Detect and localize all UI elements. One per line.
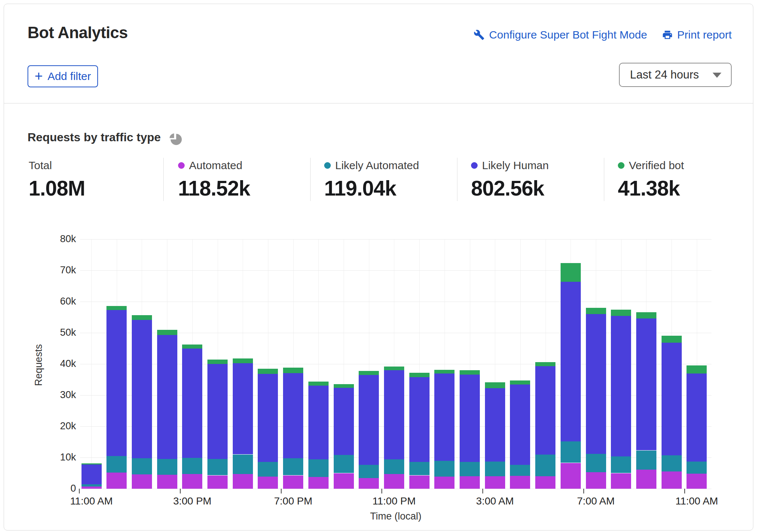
bar-segment-likely-human[interactable]	[106, 310, 127, 456]
bar-segment-automated[interactable]	[586, 472, 606, 489]
bar-segment-likely-automated[interactable]	[687, 462, 707, 474]
bar-segment-likely-automated[interactable]	[132, 458, 152, 474]
add-filter-button[interactable]: + Add filter	[28, 65, 98, 87]
stat-automated[interactable]: Automated118.52k	[178, 159, 250, 200]
bar-segment-automated[interactable]	[182, 474, 202, 489]
bar-segment-automated[interactable]	[258, 477, 278, 489]
bar-segment-verified-bot[interactable]	[106, 306, 127, 310]
stat-likely-human[interactable]: Likely Human802.56k	[471, 159, 549, 200]
bar-segment-likely-human[interactable]	[157, 335, 177, 459]
bar-segment-verified-bot[interactable]	[157, 330, 177, 335]
bar-segment-likely-human[interactable]	[233, 363, 253, 454]
bar-segment-automated[interactable]	[434, 477, 454, 489]
bar-segment-automated[interactable]	[384, 474, 404, 489]
bar-segment-likely-automated[interactable]	[233, 455, 253, 474]
bar-segment-verified-bot[interactable]	[636, 312, 656, 318]
bar-segment-automated[interactable]	[308, 477, 329, 489]
bar-segment-verified-bot[interactable]	[384, 367, 404, 370]
bar-segment-likely-automated[interactable]	[182, 458, 202, 474]
bar-segment-automated[interactable]	[157, 475, 177, 489]
bar-segment-likely-automated[interactable]	[334, 455, 354, 473]
bar-segment-likely-automated[interactable]	[258, 462, 278, 477]
bar-segment-verified-bot[interactable]	[687, 365, 707, 373]
bar-segment-automated[interactable]	[82, 487, 102, 489]
bar-segment-verified-bot[interactable]	[258, 369, 278, 374]
bar-segment-automated[interactable]	[535, 476, 555, 489]
bar-segment-verified-bot[interactable]	[82, 463, 102, 464]
bar-segment-verified-bot[interactable]	[308, 382, 329, 386]
bar-segment-likely-human[interactable]	[182, 349, 202, 458]
bar-segment-verified-bot[interactable]	[409, 373, 430, 377]
bar-segment-verified-bot[interactable]	[359, 371, 379, 375]
bar-segment-likely-human[interactable]	[132, 320, 152, 458]
bar-segment-likely-human[interactable]	[586, 314, 606, 454]
bar-segment-likely-human[interactable]	[510, 385, 530, 465]
bar-segment-automated[interactable]	[636, 470, 656, 489]
bar-segment-likely-human[interactable]	[485, 388, 505, 462]
bar-segment-verified-bot[interactable]	[283, 368, 303, 373]
stat-likely-automated[interactable]: Likely Automated119.04k	[324, 159, 419, 200]
bar-segment-likely-human[interactable]	[283, 373, 303, 458]
bar-segment-likely-automated[interactable]	[308, 459, 329, 477]
bar-segment-likely-human[interactable]	[384, 370, 404, 459]
bar-segment-likely-automated[interactable]	[586, 454, 606, 472]
print-report-link[interactable]: Print report	[662, 29, 732, 41]
bar-segment-likely-automated[interactable]	[106, 456, 127, 473]
bar-segment-likely-automated[interactable]	[283, 458, 303, 475]
bar-segment-likely-automated[interactable]	[434, 461, 454, 477]
bar-segment-verified-bot[interactable]	[535, 362, 555, 366]
bar-segment-likely-human[interactable]	[308, 386, 329, 460]
bar-segment-likely-automated[interactable]	[662, 455, 682, 471]
bar-segment-verified-bot[interactable]	[662, 336, 682, 343]
bar-segment-likely-automated[interactable]	[636, 451, 656, 470]
bar-segment-likely-automated[interactable]	[535, 455, 555, 476]
bar-segment-verified-bot[interactable]	[485, 382, 505, 388]
bar-segment-likely-automated[interactable]	[510, 465, 530, 476]
bar-segment-likely-human[interactable]	[207, 364, 228, 459]
bar-segment-likely-human[interactable]	[535, 366, 555, 455]
bar-segment-likely-automated[interactable]	[409, 462, 430, 475]
bar-segment-likely-human[interactable]	[687, 374, 707, 462]
bar-segment-likely-human[interactable]	[359, 375, 379, 465]
bar-segment-likely-automated[interactable]	[384, 459, 404, 474]
bar-segment-verified-bot[interactable]	[233, 358, 253, 364]
bar-segment-automated[interactable]	[460, 476, 480, 489]
configure-super-bot-fight-mode-link[interactable]: Configure Super Bot Fight Mode	[474, 29, 647, 41]
bar-segment-automated[interactable]	[409, 475, 430, 489]
bar-segment-likely-human[interactable]	[334, 388, 354, 455]
bar-segment-likely-human[interactable]	[434, 374, 454, 460]
bar-segment-verified-bot[interactable]	[611, 310, 631, 316]
bar-segment-automated[interactable]	[283, 475, 303, 489]
bar-segment-verified-bot[interactable]	[510, 380, 530, 385]
bar-segment-likely-automated[interactable]	[460, 462, 480, 476]
bar-segment-automated[interactable]	[485, 476, 505, 489]
bar-segment-verified-bot[interactable]	[586, 308, 606, 314]
bar-segment-verified-bot[interactable]	[460, 370, 480, 375]
bar-segment-likely-human[interactable]	[662, 343, 682, 455]
bar-segment-likely-automated[interactable]	[207, 459, 228, 475]
bar-segment-verified-bot[interactable]	[207, 360, 228, 364]
time-range-select[interactable]: Last 24 hours	[619, 63, 732, 87]
bar-segment-likely-automated[interactable]	[485, 462, 505, 476]
bar-segment-verified-bot[interactable]	[561, 263, 581, 282]
stat-verified-bot[interactable]: Verified bot41.38k	[618, 159, 684, 200]
bar-segment-likely-human[interactable]	[258, 374, 278, 462]
bar-segment-likely-automated[interactable]	[157, 459, 177, 474]
bar-segment-likely-human[interactable]	[460, 375, 480, 462]
bar-segment-likely-automated[interactable]	[359, 465, 379, 478]
bar-segment-likely-automated[interactable]	[611, 456, 631, 473]
bar-segment-automated[interactable]	[611, 473, 631, 489]
bar-segment-automated[interactable]	[207, 475, 228, 489]
bar-segment-likely-automated[interactable]	[82, 484, 102, 487]
bar-segment-likely-human[interactable]	[409, 377, 430, 462]
bar-segment-likely-human[interactable]	[636, 318, 656, 451]
bar-segment-likely-human[interactable]	[611, 316, 631, 456]
bar-segment-automated[interactable]	[233, 474, 253, 489]
bar-segment-automated[interactable]	[510, 476, 530, 489]
bar-segment-automated[interactable]	[662, 471, 682, 489]
bar-segment-verified-bot[interactable]	[334, 384, 354, 387]
bar-segment-automated[interactable]	[687, 474, 707, 489]
bar-segment-likely-human[interactable]	[561, 282, 581, 441]
bar-segment-automated[interactable]	[334, 473, 354, 489]
bar-segment-verified-bot[interactable]	[132, 315, 152, 320]
